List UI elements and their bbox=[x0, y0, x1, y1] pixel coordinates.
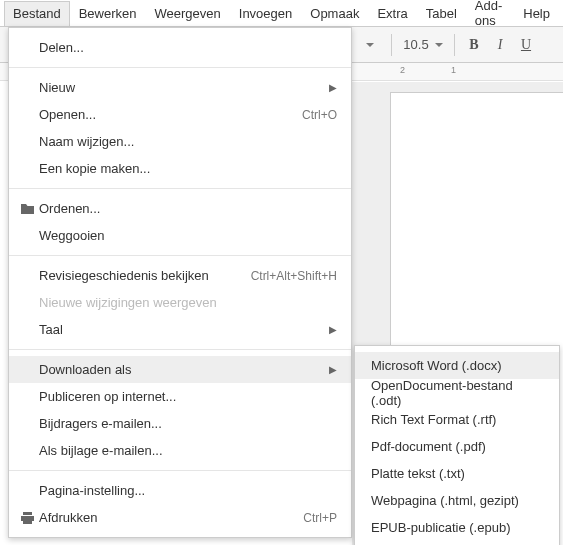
menu-item-email-attachment[interactable]: Als bijlage e-mailen... bbox=[9, 437, 351, 464]
label: Delen... bbox=[39, 40, 337, 55]
menu-extra[interactable]: Extra bbox=[368, 1, 416, 26]
folder-icon bbox=[15, 202, 39, 215]
bold-button[interactable]: B bbox=[461, 33, 487, 57]
menu-addons[interactable]: Add-ons bbox=[466, 0, 514, 33]
submenu-item-epub[interactable]: EPUB-publicatie (.epub) bbox=[355, 514, 559, 541]
label: Pagina-instelling... bbox=[39, 483, 337, 498]
download-as-submenu: Microsoft Word (.docx) OpenDocument-best… bbox=[354, 345, 560, 545]
menu-item-page-setup[interactable]: Pagina-instelling... bbox=[9, 477, 351, 504]
menu-item-download-as[interactable]: Downloaden als ▶ bbox=[9, 356, 351, 383]
italic-button[interactable]: I bbox=[487, 33, 513, 57]
label: Bijdragers e-mailen... bbox=[39, 416, 337, 431]
label: Naam wijzigen... bbox=[39, 134, 337, 149]
label: Openen... bbox=[39, 107, 302, 122]
file-menu: Delen... Nieuw ▶ Openen... Ctrl+O Naam w… bbox=[8, 27, 352, 538]
menu-item-publish[interactable]: Publiceren op internet... bbox=[9, 383, 351, 410]
menu-item-share[interactable]: Delen... bbox=[9, 34, 351, 61]
menu-item-print[interactable]: Afdrukken Ctrl+P bbox=[9, 504, 351, 531]
menu-bewerken[interactable]: Bewerken bbox=[70, 1, 146, 26]
submenu-item-odt[interactable]: OpenDocument-bestand (.odt) bbox=[355, 379, 559, 406]
label: Weggooien bbox=[39, 228, 337, 243]
menu-opmaak[interactable]: Opmaak bbox=[301, 1, 368, 26]
shortcut: Ctrl+O bbox=[302, 108, 337, 122]
label: Nieuwe wijzigingen weergeven bbox=[39, 295, 337, 310]
menu-item-language[interactable]: Taal ▶ bbox=[9, 316, 351, 343]
underline-button[interactable]: U bbox=[513, 33, 539, 57]
font-size-input[interactable]: 10.5 bbox=[398, 33, 448, 57]
separator bbox=[9, 470, 351, 471]
styles-dropdown[interactable] bbox=[355, 33, 385, 57]
label: Publiceren op internet... bbox=[39, 389, 337, 404]
separator bbox=[454, 34, 455, 56]
menu-item-make-copy[interactable]: Een kopie maken... bbox=[9, 155, 351, 182]
separator bbox=[9, 255, 351, 256]
label: Revisiegeschiedenis bekijken bbox=[39, 268, 251, 283]
separator bbox=[9, 349, 351, 350]
menu-help[interactable]: Help bbox=[514, 1, 559, 26]
menu-invoegen[interactable]: Invoegen bbox=[230, 1, 302, 26]
label: Afdrukken bbox=[39, 510, 303, 525]
menu-bestand[interactable]: Bestand bbox=[4, 1, 70, 26]
print-icon bbox=[15, 511, 39, 525]
menu-item-trash[interactable]: Weggooien bbox=[9, 222, 351, 249]
separator bbox=[9, 67, 351, 68]
ruler-mark: 1 bbox=[451, 65, 456, 75]
menu-item-rename[interactable]: Naam wijzigen... bbox=[9, 128, 351, 155]
submenu-item-docx[interactable]: Microsoft Word (.docx) bbox=[355, 352, 559, 379]
separator bbox=[9, 188, 351, 189]
submenu-arrow-icon: ▶ bbox=[329, 82, 337, 93]
menu-tabel[interactable]: Tabel bbox=[417, 1, 466, 26]
submenu-arrow-icon: ▶ bbox=[329, 364, 337, 375]
shortcut: Ctrl+Alt+Shift+H bbox=[251, 269, 337, 283]
label: Een kopie maken... bbox=[39, 161, 337, 176]
menu-weergeven[interactable]: Weergeven bbox=[146, 1, 230, 26]
menu-item-email-collaborators[interactable]: Bijdragers e-mailen... bbox=[9, 410, 351, 437]
menu-item-open[interactable]: Openen... Ctrl+O bbox=[9, 101, 351, 128]
submenu-item-txt[interactable]: Platte tekst (.txt) bbox=[355, 460, 559, 487]
label: Nieuw bbox=[39, 80, 323, 95]
submenu-item-html[interactable]: Webpagina (.html, gezipt) bbox=[355, 487, 559, 514]
submenu-item-rtf[interactable]: Rich Text Format (.rtf) bbox=[355, 406, 559, 433]
menu-item-revision-history[interactable]: Revisiegeschiedenis bekijken Ctrl+Alt+Sh… bbox=[9, 262, 351, 289]
menu-item-new[interactable]: Nieuw ▶ bbox=[9, 74, 351, 101]
label: Downloaden als bbox=[39, 362, 323, 377]
shortcut: Ctrl+P bbox=[303, 511, 337, 525]
label: Taal bbox=[39, 322, 323, 337]
ruler-mark: 2 bbox=[400, 65, 405, 75]
label: Ordenen... bbox=[39, 201, 337, 216]
submenu-item-pdf[interactable]: Pdf-document (.pdf) bbox=[355, 433, 559, 460]
menu-item-organize[interactable]: Ordenen... bbox=[9, 195, 351, 222]
menu-item-new-changes: Nieuwe wijzigingen weergeven bbox=[9, 289, 351, 316]
font-size-value: 10.5 bbox=[403, 37, 428, 52]
separator bbox=[391, 34, 392, 56]
label: Als bijlage e-mailen... bbox=[39, 443, 337, 458]
submenu-arrow-icon: ▶ bbox=[329, 324, 337, 335]
menubar: Bestand Bewerken Weergeven Invoegen Opma… bbox=[0, 0, 563, 27]
chevron-down-icon bbox=[435, 43, 443, 47]
chevron-down-icon bbox=[366, 43, 374, 47]
